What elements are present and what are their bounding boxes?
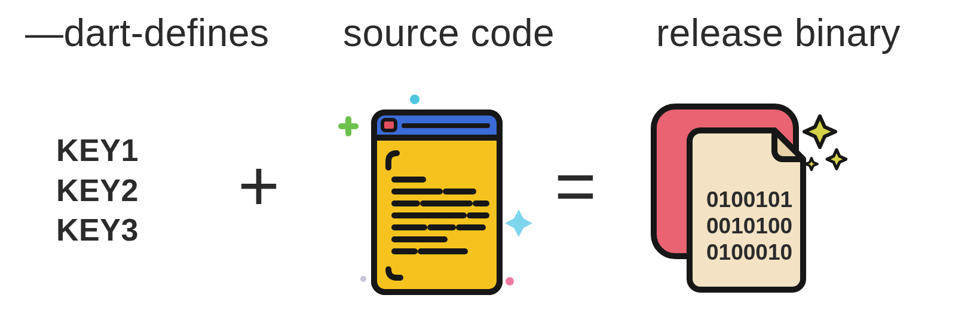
keys-list: KEY1 KEY2 KEY3 [56, 130, 139, 250]
release-binary-icon: 0100101 0010100 0100010 [632, 90, 847, 305]
heading-source-code: source code [343, 11, 555, 55]
svg-rect-5 [382, 120, 396, 130]
sparkle-dot-icon [360, 276, 366, 282]
sparkle-yellow-icon [804, 116, 846, 170]
key-item: KEY1 [56, 130, 139, 171]
svg-rect-1 [338, 123, 359, 129]
diagram-canvas: —dart-defines source code release binary… [0, 0, 980, 310]
sparkle-dot-icon [410, 95, 419, 104]
plus-operator: + [238, 150, 280, 221]
source-code-icon [327, 90, 543, 305]
heading-release-binary: release binary [656, 11, 901, 55]
heading-dart-defines: —dart-defines [25, 11, 269, 55]
sparkle-dot-icon [506, 277, 514, 285]
key-item: KEY3 [56, 210, 139, 250]
equals-operator: = [555, 150, 596, 221]
binary-line: 0010100 [706, 214, 792, 238]
sparkle-cyan-icon [505, 209, 532, 237]
binary-line: 0100010 [706, 240, 792, 265]
sparkle-green-icon [338, 116, 359, 136]
key-item: KEY2 [56, 171, 139, 211]
binary-line: 0100101 [706, 187, 792, 212]
